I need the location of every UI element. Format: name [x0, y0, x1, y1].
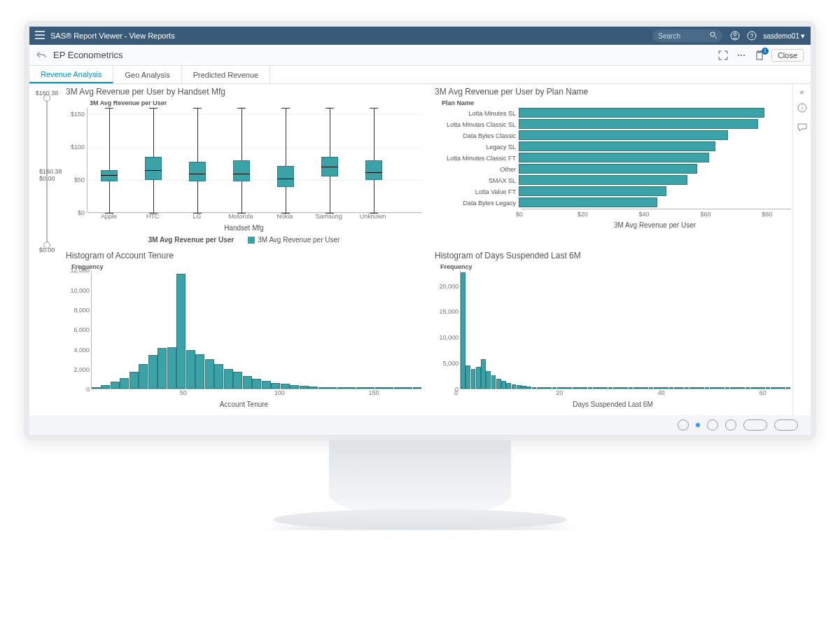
- y-axis-label: Frequency: [440, 263, 791, 270]
- boxplot-box: [101, 108, 118, 213]
- user-circle-icon[interactable]: [729, 29, 741, 42]
- y-tick: 15,000: [439, 308, 458, 315]
- boxplot-box: [145, 108, 162, 213]
- slider-handle-top[interactable]: [43, 95, 50, 102]
- legend-swatch-icon: [248, 237, 255, 244]
- histogram-bar: [659, 387, 664, 389]
- histogram-bar: [413, 387, 422, 389]
- histogram-bar: [517, 385, 522, 389]
- chart-hbar: 3M Avg Revenue per User by Plan Name Pla…: [435, 87, 791, 244]
- histogram-bar: [776, 387, 780, 389]
- histogram-bar: [262, 381, 271, 389]
- histogram-bar: [578, 387, 582, 389]
- info-icon[interactable]: i: [797, 103, 807, 116]
- histogram-bar: [771, 387, 776, 389]
- histogram-bar: [148, 355, 158, 389]
- x-tick: $80: [762, 211, 772, 218]
- histogram-bar: [735, 387, 740, 389]
- histogram-bar: [158, 348, 167, 389]
- boxplot-legend: 3M Avg Revenue per User 3M Avg Revenue p…: [66, 236, 422, 244]
- histogram-bar: [608, 387, 613, 389]
- fullscreen-icon[interactable]: [717, 49, 729, 62]
- y-tick: 6,000: [74, 326, 90, 333]
- histogram-bar: [593, 387, 598, 389]
- close-button[interactable]: Close: [771, 49, 804, 62]
- histogram-bar: [92, 387, 101, 389]
- x-tick: $60: [700, 211, 710, 218]
- histogram-bar: [573, 387, 578, 389]
- more-icon[interactable]: [735, 49, 748, 62]
- histogram-bar: [486, 371, 491, 389]
- monitor-button: [725, 419, 736, 431]
- hbar-label: Data Bytes Classic: [435, 132, 519, 139]
- histogram-bar: [685, 387, 690, 389]
- histogram-bar: [526, 387, 531, 389]
- search-input[interactable]: Search: [652, 29, 722, 42]
- histogram-bar: [501, 381, 506, 389]
- histogram-bar: [481, 359, 486, 389]
- y-tick: 10,000: [439, 334, 458, 341]
- histogram-bar: [638, 387, 643, 389]
- histogram-bar: [669, 387, 674, 389]
- x-axis-label: Days Suspended Last 6M: [435, 401, 791, 408]
- histogram-bar: [547, 387, 552, 389]
- hbar-row: Other: [435, 164, 791, 175]
- histogram-bar: [613, 387, 618, 389]
- chart-title: 3M Avg Revenue per User by Handset Mfg: [66, 87, 422, 97]
- undo-icon[interactable]: [36, 49, 46, 62]
- histogram-bar: [120, 378, 129, 389]
- hbar-row: Lotta Minutes Classic FT: [435, 153, 791, 164]
- monitor-bezel: [29, 415, 811, 435]
- histogram-bar: [139, 364, 148, 389]
- boxplot-box: [189, 108, 206, 213]
- hbar-bar: [519, 130, 728, 140]
- histogram-bar: [623, 387, 628, 389]
- x-axis-label: Handset Mfg: [66, 224, 422, 232]
- username-label[interactable]: sasdemo01: [763, 32, 799, 40]
- hbar-row: Lotta Value FT: [435, 186, 791, 197]
- comment-icon[interactable]: [797, 123, 807, 135]
- hbar-label: Data Bytes Legacy: [435, 200, 519, 207]
- histogram-bar: [252, 379, 261, 389]
- y-tick: $50: [74, 176, 88, 183]
- tab-predicted-revenue[interactable]: Predicted Revenue: [182, 66, 271, 83]
- menu-icon[interactable]: [35, 31, 45, 41]
- histogram-bar: [766, 387, 771, 389]
- clipboard-icon[interactable]: 1: [753, 49, 766, 62]
- slider-val-lower: $0.00: [39, 175, 62, 182]
- histogram-bar: [746, 387, 750, 389]
- histogram-bar: [167, 347, 176, 389]
- histogram-bar: [618, 387, 623, 389]
- monitor-button: [707, 419, 718, 431]
- x-tick: 50: [180, 389, 187, 396]
- histogram-bar: [780, 387, 785, 389]
- search-icon: [710, 32, 717, 40]
- help-icon[interactable]: ?: [746, 29, 758, 42]
- histogram-bar: [471, 369, 476, 389]
- histogram-bar: [491, 375, 496, 389]
- hbar-bar: [519, 186, 666, 196]
- histogram-bar: [552, 387, 557, 389]
- y-tick: 8,000: [74, 307, 90, 314]
- histogram-bar: [205, 359, 214, 389]
- histogram-bar: [365, 387, 374, 389]
- app-title: SAS® Report Viewer - View Reports: [50, 32, 652, 40]
- monitor-stand: [329, 440, 511, 517]
- slider-handle-bottom[interactable]: [43, 242, 50, 249]
- histogram-bar: [176, 274, 186, 389]
- histogram-bar: [760, 387, 765, 389]
- collapse-icon[interactable]: «: [800, 88, 804, 96]
- hbar-bar: [519, 108, 764, 118]
- tab-geo-analysis[interactable]: Geo Analysis: [113, 66, 181, 83]
- histogram-bar: [300, 386, 309, 389]
- x-tick: 0: [454, 389, 458, 396]
- range-slider[interactable]: $160.38 $0.00 $160.38 $0.00: [29, 84, 64, 415]
- x-tick: HTC: [139, 213, 167, 220]
- user-dropdown-icon[interactable]: ▾: [801, 32, 805, 41]
- tab-revenue-analysis[interactable]: Revenue Analysis: [29, 66, 113, 83]
- histogram-area: [91, 270, 422, 389]
- monitor-frame: SAS® Report Viewer - View Reports Search…: [24, 21, 816, 440]
- legend-item-2: 3M Avg Revenue per User: [258, 236, 340, 244]
- histogram-bar: [337, 387, 346, 389]
- svg-point-6: [741, 55, 742, 56]
